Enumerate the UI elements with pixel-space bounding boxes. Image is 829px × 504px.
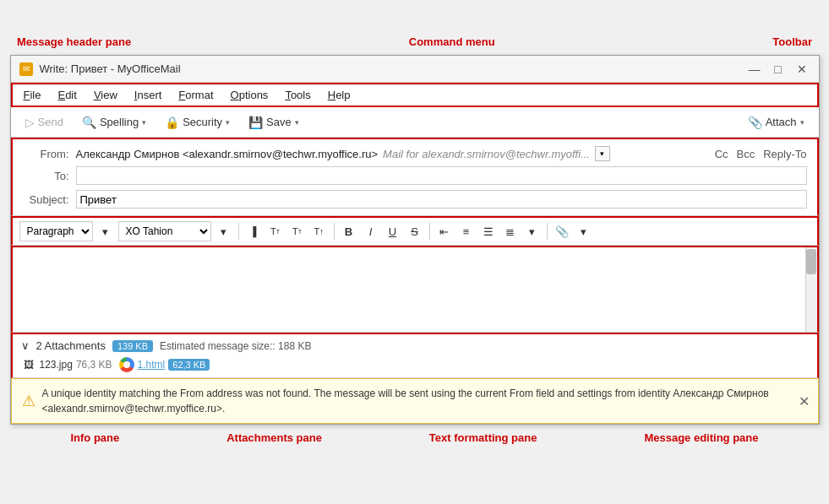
jpg-icon: 🖼 [21,357,36,372]
html-filesize-badge: 62,3 KB [168,359,210,371]
font-select[interactable]: XO Tahion [118,221,211,241]
security-button[interactable]: 🔒 Security ▾ [157,112,237,133]
send-button[interactable]: ▷ Send [18,112,71,133]
menu-insert[interactable]: Insert [127,86,170,104]
annotation-message-editing: Message editing pane [644,431,758,444]
annotation-command-menu: Command menu [409,35,495,48]
underline-button[interactable]: U [384,222,402,241]
header-pane: From: Александр Смирнов <alexandr.smirno… [11,138,819,216]
attachments-estimated-size: Estimated message size:: 188 KB [160,340,311,352]
indent-left-button[interactable]: ⇤ [435,222,454,241]
info-close-button[interactable]: ✕ [799,393,810,409]
format-toolbar: Paragraph ▾ XO Tahion ▾ ▐ TT TT T↑ B I U… [11,216,819,246]
annotation-attachments-pane: Attachments pane [226,431,322,444]
insert-dropdown-icon[interactable]: ▾ [575,222,593,241]
window-controls: — □ ✕ [746,61,810,78]
html-filename: 1.html [138,359,166,371]
scrollbar[interactable] [805,247,817,332]
warning-icon: ⚠ [22,392,35,410]
jpg-filesize: 76,3 KB [76,359,112,371]
security-dropdown-icon: ▾ [226,118,230,127]
titlebar: ✉ Write: Привет - MyOfficeMail — □ ✕ [11,56,819,83]
align-dropdown-icon[interactable]: ▾ [523,222,542,241]
app-icon: ✉ [19,62,33,76]
subject-label: Subject: [23,193,69,206]
menu-tools[interactable]: Tools [277,86,318,104]
to-row: To: [23,166,807,185]
divider-3 [429,223,430,240]
bold-button[interactable]: B [340,222,358,241]
to-input[interactable] [76,166,807,185]
send-icon: ▷ [25,116,35,129]
font-size-increase-button[interactable]: T↑ [310,222,329,241]
attachments-size-badge: 139 KB [112,340,153,352]
bottom-annotations: Info pane Attachments pane Text formatti… [8,425,821,447]
subject-input[interactable] [76,190,807,209]
close-button[interactable]: ✕ [794,61,810,78]
paragraph-style-select[interactable]: Paragraph [19,221,93,241]
menu-help[interactable]: Help [320,86,358,104]
spelling-button[interactable]: 🔍 Spelling ▾ [74,112,154,133]
menu-format[interactable]: Format [171,86,221,104]
divider-4 [547,223,548,240]
save-button[interactable]: 💾 Save ▾ [241,112,307,133]
from-placeholder: Mail for alexandr.smirnov@techwr.myoffi.… [383,148,590,160]
subject-row: Subject: [23,190,807,209]
annotation-message-header: Message header pane [17,35,131,48]
save-dropdown-icon: ▾ [295,118,299,127]
strikethrough-button[interactable]: S [406,222,424,241]
minimize-button[interactable]: — [746,61,763,78]
from-label: From: [23,148,69,160]
menubar: File Edit View Insert Format Options Too… [11,83,819,107]
ordered-list-button[interactable]: ≡ [457,222,476,241]
attachments-count-label: 2 Attachments [36,339,106,352]
jpg-filename: 123.jpg [40,359,73,371]
align-button[interactable]: ≣ [501,222,520,241]
bcc-button[interactable]: Bcc [737,148,755,160]
scroll-thumb[interactable] [806,249,816,274]
from-row: From: Александр Смирнов <alexandr.smirno… [23,146,807,161]
annotation-toolbar: Toolbar [772,35,812,48]
save-icon: 💾 [248,116,263,129]
from-field: Александр Смирнов <alexandr.smirnov@tech… [76,146,708,161]
insert-object-button[interactable]: 📎 [553,222,571,241]
text-color-button[interactable]: ▐ [244,222,263,241]
cc-button[interactable]: Cc [715,148,728,160]
menu-file[interactable]: File [16,86,49,104]
annotation-text-formatting: Text formatting pane [429,431,537,444]
annotation-info-pane: Info pane [70,431,119,444]
attach-dropdown-icon: ▾ [800,118,804,127]
from-dropdown-button[interactable]: ▾ [595,146,610,161]
superscript-button[interactable]: TT [266,222,285,241]
menu-edit[interactable]: Edit [50,86,84,104]
attachments-expand-icon[interactable]: ∨ [21,339,30,352]
subscript-button[interactable]: TT [288,222,307,241]
attach-icon: 📎 [748,116,762,129]
toolbar: ▷ Send 🔍 Spelling ▾ 🔒 Security ▾ 💾 Save … [11,107,819,138]
reply-to-button[interactable]: Reply-To [763,148,806,160]
editing-area [11,246,819,333]
maximize-button[interactable]: □ [770,61,787,78]
message-body[interactable] [13,247,817,332]
unordered-list-button[interactable]: ☰ [479,222,498,241]
attachment-jpg: 🖼 123.jpg 76,3 KB [21,357,112,372]
spelling-icon: 🔍 [82,116,96,129]
divider-1 [238,223,239,240]
window-title: Write: Привет - MyOfficeMail [40,62,746,75]
main-window: ✉ Write: Привет - MyOfficeMail — □ ✕ Fil… [10,55,820,425]
info-pane: ⚠ A unique identity matching the From ad… [11,378,819,424]
info-text: A unique identity matching the From addr… [42,386,793,416]
spelling-dropdown-icon: ▾ [142,118,146,127]
chrome-icon [119,357,134,372]
paragraph-dropdown-icon[interactable]: ▾ [96,222,115,241]
attachment-html: 1.html 62,3 KB [119,357,210,372]
menu-options[interactable]: Options [223,86,276,104]
font-dropdown-icon[interactable]: ▾ [215,222,233,241]
attachments-header: ∨ 2 Attachments 139 KB Estimated message… [21,339,809,352]
menu-view[interactable]: View [86,86,125,104]
attach-button[interactable]: 📎 Attach ▾ [740,112,812,133]
attachments-files: 🖼 123.jpg 76,3 KB 1.html 62,3 KB [21,357,809,372]
cc-area: Cc Bcc Reply-To [715,148,807,160]
lock-icon: 🔒 [165,116,179,129]
italic-button[interactable]: I [362,222,380,241]
